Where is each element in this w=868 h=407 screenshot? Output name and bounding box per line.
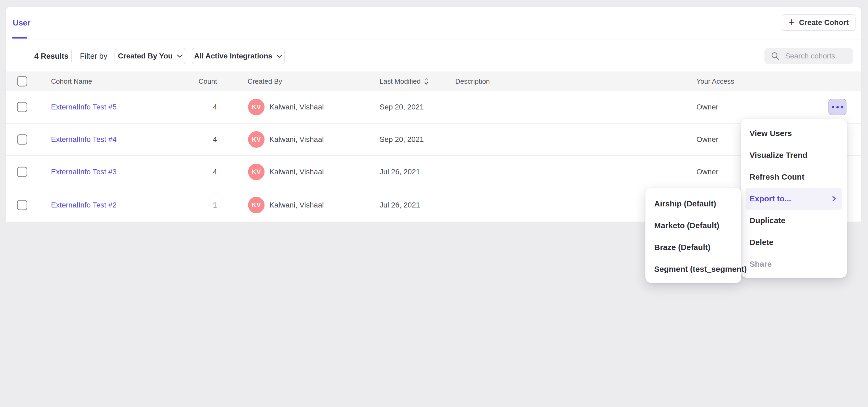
active-tab-underline: [12, 37, 27, 38]
access-cell: Owner: [696, 168, 718, 176]
submenu-item-segment[interactable]: Segment (test_segment): [645, 258, 741, 280]
column-header-count: Count: [165, 77, 217, 86]
row-checkbox[interactable]: [17, 134, 27, 145]
more-icon: [832, 106, 834, 108]
more-icon: [836, 106, 839, 108]
chevron-down-icon: [277, 55, 282, 58]
cohort-name-link[interactable]: ExternalInfo Test #3: [51, 168, 117, 176]
search-icon: [771, 52, 780, 61]
column-header-created-by: Created By: [248, 77, 282, 86]
column-header-cohort-name: Cohort Name: [51, 77, 92, 86]
column-header-description: Description: [455, 77, 490, 86]
column-header-your-access: Your Access: [696, 77, 734, 86]
created-by-dropdown-value: Created By You: [118, 52, 173, 60]
sort-icon: [424, 77, 429, 86]
table-row: ExternalInfo Test #4 4 KV Kalwani, Visha…: [6, 124, 861, 156]
row-checkbox[interactable]: [17, 167, 27, 177]
results-count: 4 Results: [34, 52, 68, 61]
menu-item-duplicate[interactable]: Duplicate: [741, 210, 847, 231]
avatar: KV: [248, 131, 265, 148]
table-row: ExternalInfo Test #3 4 KV Kalwani, Visha…: [6, 156, 861, 188]
export-submenu: Airship (Default) Marketo (Default) Braz…: [645, 188, 741, 283]
submenu-item-braze[interactable]: Braze (Default): [645, 237, 741, 258]
menu-item-export-to[interactable]: Export to...: [746, 188, 842, 210]
access-cell: Owner: [696, 103, 718, 111]
create-cohort-button[interactable]: + Create Cohort: [782, 14, 856, 31]
cohort-name-link[interactable]: ExternalInfo Test #5: [51, 103, 117, 111]
column-header-last-modified[interactable]: Last Modified: [379, 77, 429, 86]
search-box: [765, 48, 853, 64]
chevron-right-icon: [832, 195, 836, 202]
count-cell: 4: [165, 135, 217, 144]
menu-item-view-users[interactable]: View Users: [741, 123, 847, 144]
count-cell: 1: [165, 201, 217, 209]
table-row: ExternalInfo Test #5 4 KV Kalwani, Visha…: [6, 91, 861, 124]
filter-by-label: Filter by: [80, 52, 107, 61]
avatar: KV: [248, 164, 265, 180]
row-context-menu: View Users Visualize Trend Refresh Count…: [741, 119, 847, 278]
last-modified-cell: Jul 26, 2021: [379, 201, 420, 209]
integrations-dropdown[interactable]: All Active Integrations: [192, 48, 285, 64]
created-by-cell: Kalwani, Vishaal: [269, 135, 324, 144]
tab-user[interactable]: User: [13, 18, 31, 27]
create-cohort-label: Create Cohort: [799, 18, 848, 27]
row-checkbox[interactable]: [17, 102, 27, 113]
menu-item-share: Share: [741, 253, 847, 275]
menu-item-delete[interactable]: Delete: [741, 231, 847, 253]
last-modified-cell: Sep 20, 2021: [379, 135, 424, 144]
cohorts-page: { "tabs": { "user_label": "User" }, "hea…: [0, 0, 868, 407]
row-more-button[interactable]: [829, 99, 846, 115]
menu-item-refresh-count[interactable]: Refresh Count: [741, 166, 847, 188]
submenu-item-marketo[interactable]: Marketo (Default): [645, 215, 741, 237]
plus-icon: +: [788, 17, 795, 27]
divider: [71, 50, 72, 62]
integrations-dropdown-value: All Active Integrations: [194, 52, 273, 60]
toolbar: 4 Results Filter by Created By You All A…: [6, 41, 861, 71]
export-to-label: Export to...: [749, 194, 791, 203]
created-by-cell: Kalwani, Vishaal: [269, 103, 324, 111]
last-modified-cell: Sep 20, 2021: [379, 103, 424, 111]
more-icon: [841, 106, 843, 108]
cohort-name-link[interactable]: ExternalInfo Test #2: [51, 201, 117, 209]
tabs-row: User + Create Cohort: [6, 7, 861, 40]
avatar: KV: [248, 99, 265, 115]
created-by-dropdown[interactable]: Created By You: [115, 48, 186, 64]
select-all-checkbox[interactable]: [17, 76, 27, 87]
count-cell: 4: [165, 168, 217, 176]
created-by-cell: Kalwani, Vishaal: [269, 201, 324, 209]
access-cell: Owner: [696, 135, 718, 144]
last-modified-label: Last Modified: [379, 77, 421, 86]
table-header: Cohort Name Count Created By Last Modifi…: [6, 71, 861, 91]
count-cell: 4: [165, 103, 217, 111]
created-by-cell: Kalwani, Vishaal: [269, 168, 324, 176]
last-modified-cell: Jul 26, 2021: [379, 168, 420, 176]
menu-item-visualize-trend[interactable]: Visualize Trend: [741, 144, 847, 166]
cohort-name-link[interactable]: ExternalInfo Test #4: [51, 135, 117, 144]
avatar: KV: [248, 197, 265, 213]
submenu-item-airship[interactable]: Airship (Default): [645, 193, 741, 215]
row-checkbox[interactable]: [17, 200, 27, 210]
chevron-down-icon: [177, 55, 183, 58]
